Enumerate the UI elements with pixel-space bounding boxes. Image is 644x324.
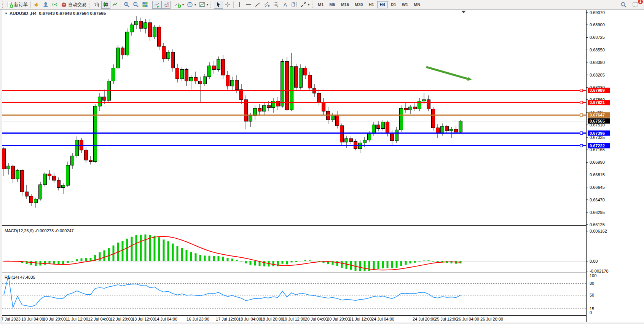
toolbar-right-group: 1 [619,1,643,9]
fibonacci-tool-button[interactable]: F [271,1,281,9]
vertical-line-tool-button[interactable] [235,1,244,9]
trendline-icon [255,2,261,8]
support-line-1[interactable] [2,132,586,134]
timeframe-H4[interactable]: H4 [377,1,388,8]
tile-windows-button[interactable] [140,1,150,9]
svg-text:0.006162: 0.006162 [590,229,607,233]
chart-canvas[interactable]: 0.690700.689000.687250.685500.683800.682… [0,10,644,324]
svg-text:0.66470: 0.66470 [590,198,605,202]
support-line-2[interactable] [2,144,586,147]
line-chart-icon [112,2,118,8]
line-handle[interactable] [580,144,583,147]
autotrading-robot-icon [61,2,67,8]
svg-text:0.67222: 0.67222 [590,144,605,148]
svg-text:T: T [293,3,295,7]
signal-icon [52,2,58,8]
horizontal-line-tool-button[interactable] [244,1,253,9]
notification-badge: 1 [638,0,643,4]
svg-text:0.67821: 0.67821 [590,100,605,105]
crosshair-icon [225,2,231,8]
time-scale[interactable]: 7 Jul 202310 Jul 04:0010 Jul 20:0011 Jul… [1,317,503,321]
timeframe-W1[interactable]: W1 [399,1,411,8]
community-button[interactable] [41,1,50,9]
timeframe-H1[interactable]: H1 [366,1,376,8]
toolbar-grip[interactable] [210,2,212,8]
zoom-out-button[interactable] [131,1,140,9]
price-badge: 0.67222 [588,143,610,148]
toolbar: 新订单 自动交易 [0,0,644,10]
chart-shift-marker[interactable] [461,11,466,13]
search-button[interactable] [619,1,628,9]
chart-shift-icon [163,2,169,8]
cursor-button[interactable] [214,1,223,9]
chart-shift-button[interactable] [161,1,171,9]
line-handle[interactable] [580,114,583,117]
svg-text:A: A [284,2,287,8]
zoom-out-icon [133,2,139,8]
toolbar-grip[interactable] [312,2,314,8]
indicators-button[interactable]: ▾ [173,1,185,9]
timeframe-D1[interactable]: D1 [388,1,399,8]
line-handle[interactable] [580,89,583,92]
toolbar-grip[interactable] [2,2,4,8]
timeframe-M15[interactable]: M15 [338,1,352,8]
timeframe-M5[interactable]: M5 [327,1,338,8]
resistance-line-2[interactable] [2,101,586,104]
toolbar-grip[interactable] [89,2,91,8]
svg-text:100: 100 [590,273,596,278]
svg-text:20 Jul 20:00: 20 Jul 20:00 [327,317,350,321]
svg-text:0.67565: 0.67565 [590,119,605,123]
bar-chart-icon [94,2,100,8]
templates-button[interactable]: ▾ [198,1,210,9]
text-tool-button[interactable]: A [281,1,290,9]
zoom-in-button[interactable] [122,1,131,9]
text-label-tool-button[interactable]: T [290,1,299,9]
svg-text:13 Jul 12:00: 13 Jul 12:00 [132,317,155,321]
timeframe-MN[interactable]: MN [411,1,423,8]
symbol-quote-text: AUDUSD-,H4 0.67643 0.67648 0.67564 0.675… [10,11,106,16]
svg-text:0.68205: 0.68205 [590,73,605,77]
pivot-line[interactable] [2,114,586,117]
line-chart-button[interactable] [110,1,120,9]
svg-text:25 Jul 12:00: 25 Jul 12:00 [435,317,457,321]
macd-scale[interactable]: 0.0061620.00-0.002178 [586,229,609,273]
equidistant-channel-tool-button[interactable]: E [262,1,271,9]
line-handle[interactable] [580,101,583,104]
svg-text:0.69070: 0.69070 [590,10,605,15]
crosshair-button[interactable] [223,1,232,9]
cursor-arrow-icon [215,2,222,8]
timeframe-M1[interactable]: M1 [315,1,326,8]
trendline-tool-button[interactable] [253,1,262,9]
arrows-dropdown-caret: ▾ [308,3,309,6]
periods-button[interactable]: ▾ [185,1,198,9]
resistance-line-1[interactable] [2,89,586,92]
svg-text:0.68380: 0.68380 [590,60,605,65]
auto-scroll-button[interactable] [152,1,161,9]
svg-text:0.68725: 0.68725 [590,35,605,40]
new-order-button[interactable]: 新订单 [5,1,29,9]
notifications-button[interactable]: 1 [631,1,641,9]
svg-text:0.67647: 0.67647 [590,113,605,117]
svg-text:0.67989: 0.67989 [590,88,605,93]
svg-text:26 Jul 04:00: 26 Jul 04:00 [456,317,479,321]
arrows-tool-button[interactable]: ▾ [299,1,311,9]
candlestick-chart-button[interactable] [101,1,110,9]
trend-arrow-annotation[interactable] [426,67,472,81]
timeframe-M30[interactable]: M30 [352,1,365,8]
svg-text:7 Jul 2023: 7 Jul 2023 [1,317,21,321]
svg-text:0.67335: 0.67335 [590,135,605,140]
vertical-line-icon [236,2,242,8]
news-horn-button[interactable] [32,1,41,9]
price-badge: 0.67989 [588,88,610,93]
zoom-in-icon [124,2,130,8]
rsi-line [4,275,461,308]
bar-chart-button[interactable] [92,1,101,9]
chart-title: ▼ AUDUSD-,H4 0.67643 0.67648 0.67564 0.6… [5,11,106,16]
horizontal-line-icon [245,2,252,8]
auto-trading-button[interactable]: 自动交易 [59,1,88,9]
one-click-panel-toggle[interactable]: ▼ [5,12,8,15]
line-handle[interactable] [580,132,583,134]
svg-text:0.68550: 0.68550 [590,48,605,52]
signals-button[interactable] [50,1,59,9]
rsi-scale[interactable]: 1008050150 [590,273,596,315]
